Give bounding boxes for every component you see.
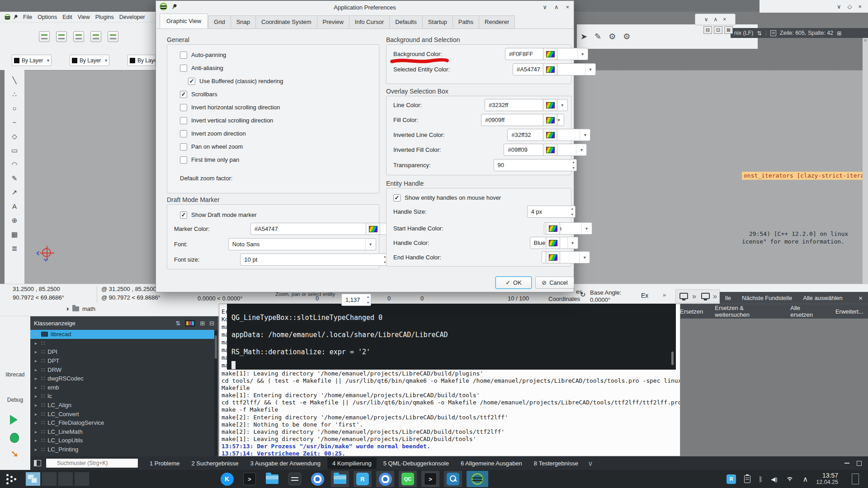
- desktop-2[interactable]: [42, 472, 57, 486]
- tree-item-math[interactable]: math: [67, 305, 95, 312]
- replace-all-button[interactable]: Alle ersetzen: [790, 305, 824, 318]
- browser-task[interactable]: [376, 471, 394, 487]
- cad-tool-icon[interactable]: ╲: [9, 75, 20, 85]
- next-match-button[interactable]: Nächste Fundstelle: [742, 295, 792, 301]
- expander-icon[interactable]: [35, 394, 38, 399]
- show-desktop-button[interactable]: [852, 474, 859, 484]
- checkbox[interactable]: [180, 130, 187, 137]
- minimize-panel-icon[interactable]: [844, 463, 849, 464]
- librecad-task[interactable]: [467, 471, 488, 487]
- rvnc-task[interactable]: R: [354, 471, 372, 487]
- maximize-panel-icon[interactable]: [857, 461, 862, 466]
- cad-tool-icon[interactable]: ⊕: [9, 216, 20, 225]
- split-view-icon[interactable]: ⊞: [837, 30, 841, 37]
- application-output-terminal[interactable]: QG_LineTypeBox::slotLineTypeChanged 0app…: [227, 304, 676, 370]
- output-tab[interactable]: 6 Allgemeine Ausgaben: [456, 458, 527, 469]
- layer-combobox[interactable]: By Layer: [70, 55, 109, 66]
- checkbox[interactable]: [180, 143, 187, 150]
- color-picker-button[interactable]: [543, 144, 557, 156]
- preferences-tab[interactable]: Preview: [317, 15, 349, 29]
- desktop-4[interactable]: [74, 472, 90, 486]
- zoom-factor-spinbox[interactable]: 1,137 ▴▾: [341, 294, 371, 306]
- search-input[interactable]: [46, 458, 138, 468]
- debug-button[interactable]: [10, 433, 19, 443]
- tree-item[interactable]: [30, 339, 214, 348]
- tree-item[interactable]: emb: [30, 383, 214, 392]
- minimize-icon[interactable]: ∨: [704, 16, 708, 23]
- expander-icon[interactable]: [35, 367, 38, 372]
- checkbox[interactable]: [180, 91, 187, 98]
- close-icon[interactable]: ×: [858, 3, 862, 10]
- replace-button[interactable]: Ersetzen: [680, 308, 703, 315]
- maximize-icon[interactable]: ◇: [847, 3, 852, 10]
- continue-button[interactable]: ➘: [11, 448, 19, 459]
- tree-item[interactable]: lc: [30, 392, 214, 401]
- dock-icon[interactable]: ⊟: [209, 320, 214, 327]
- menu-item[interactable]: Plugins: [93, 13, 117, 21]
- entity-handles-checkbox[interactable]: [393, 194, 401, 202]
- tree-item[interactable]: DPI: [30, 347, 214, 357]
- desktop-3[interactable]: [58, 472, 73, 486]
- cancel-button[interactable]: ⊘ Cancel: [535, 277, 574, 289]
- preferences-tab[interactable]: Info Cursor: [349, 15, 389, 29]
- previous-match-fragment[interactable]: lle: [725, 295, 731, 301]
- tab-overflow-icon[interactable]: ∨: [588, 459, 593, 468]
- rail-tab-librecad[interactable]: librecad: [0, 371, 30, 378]
- handle-size-spinbox[interactable]: 4 px ▴▾: [527, 206, 576, 218]
- tree-item[interactable]: LC_Printing: [30, 445, 214, 454]
- cad-tool-icon[interactable]: ▭: [9, 145, 20, 155]
- preferences-tab[interactable]: Grid: [208, 15, 231, 29]
- minimize-icon[interactable]: ∨: [837, 3, 841, 10]
- layer-combobox[interactable]: By Laye: [127, 55, 156, 66]
- folder-window-task[interactable]: [331, 471, 349, 487]
- mdi-close-icon[interactable]: ⊠: [724, 26, 733, 34]
- preferences-tab[interactable]: Coordinate System: [255, 15, 317, 29]
- virtual-desktop-pager[interactable]: [25, 472, 90, 486]
- output-tab[interactable]: 5 QML-Debuggerkonsole: [378, 458, 454, 469]
- expander-icon[interactable]: [35, 429, 38, 434]
- save-icon[interactable]: [73, 31, 84, 42]
- cad-tool-icon[interactable]: ◠: [9, 160, 20, 169]
- preferences-tab[interactable]: Graphic View: [160, 14, 208, 29]
- expander-icon[interactable]: [35, 447, 38, 452]
- tree-item[interactable]: librecad: [30, 330, 214, 339]
- rvnc-tray-icon[interactable]: R: [726, 474, 736, 484]
- overflow-chevron-icon[interactable]: »: [713, 292, 717, 300]
- preferences-tab[interactable]: Defaults: [389, 15, 422, 29]
- tree-item[interactable]: DPT: [30, 357, 214, 366]
- output-tab[interactable]: 8 Testergebnisse: [529, 458, 583, 469]
- rail-tab-debug[interactable]: Debug: [0, 397, 30, 403]
- monitor-icon[interactable]: [679, 293, 688, 299]
- options-gear-icon[interactable]: ⚙: [623, 32, 630, 42]
- cad-tool-icon[interactable]: A: [9, 202, 20, 211]
- output-tab[interactable]: 4 Kompilierung: [327, 458, 377, 469]
- file-manager-icon[interactable]: [263, 471, 281, 487]
- qtcreator-task[interactable]: QC: [399, 471, 417, 487]
- tree-item[interactable]: dwgRSCodec: [30, 374, 214, 383]
- replace-next-button[interactable]: Ersetzen & weitersuchen: [715, 305, 778, 318]
- tray-expander-icon[interactable]: ∧: [803, 475, 808, 483]
- cad-tool-icon[interactable]: ↗: [9, 188, 20, 197]
- menu-item[interactable]: Options: [35, 13, 60, 21]
- preferences-tab[interactable]: Startup: [422, 15, 453, 29]
- editor-scrollbar[interactable]: ∧: [863, 38, 868, 284]
- preferences-tab[interactable]: Renderer: [479, 15, 515, 29]
- ok-button[interactable]: ✓ OK: [495, 277, 532, 289]
- mdi-restore-icon[interactable]: ⊡: [714, 26, 722, 34]
- pin-icon[interactable]: [170, 3, 178, 10]
- print-preview-icon[interactable]: [108, 31, 118, 42]
- output-tab[interactable]: 1 Probleme: [145, 458, 184, 469]
- search-app-task[interactable]: [444, 471, 462, 487]
- color-picker-button[interactable]: [543, 99, 557, 111]
- volume-icon[interactable]: ◀): [771, 476, 777, 483]
- expander-icon[interactable]: [35, 358, 38, 363]
- browser-icon[interactable]: [308, 471, 326, 487]
- cad-tool-icon[interactable]: ≣: [9, 244, 20, 253]
- expander-icon[interactable]: [35, 385, 38, 390]
- terminal-scrollbar[interactable]: [671, 352, 674, 365]
- expander-icon[interactable]: [35, 438, 38, 443]
- tree-item[interactable]: LC_LineMath: [30, 427, 214, 436]
- add-view-icon[interactable]: ⊞: [200, 320, 205, 327]
- tree-item[interactable]: DRW: [30, 365, 214, 374]
- cad-tool-icon[interactable]: ◇: [9, 131, 20, 141]
